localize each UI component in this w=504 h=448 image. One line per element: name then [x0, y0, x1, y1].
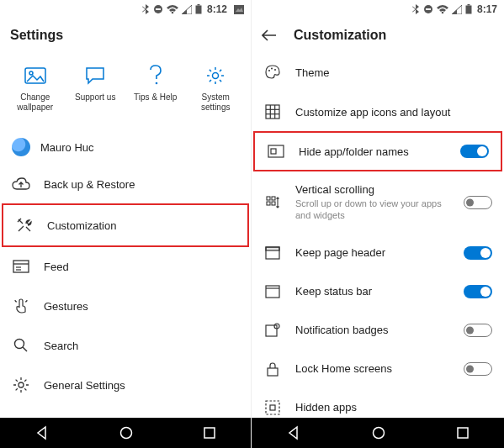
svg-point-8 [155, 82, 157, 85]
clock: 8:12 [207, 3, 227, 15]
battery-icon [195, 4, 202, 14]
item-customization[interactable]: Customization [2, 203, 249, 247]
header-icon [263, 246, 282, 260]
toggle-badges[interactable] [464, 324, 492, 337]
battery-icon [465, 4, 472, 14]
tile-change-wallpaper[interactable]: Change wallpaper [9, 64, 61, 113]
svg-rect-51 [266, 286, 279, 298]
nav-recent[interactable] [456, 426, 470, 440]
item-keep-status-bar[interactable]: Keep status bar [252, 272, 504, 311]
svg-rect-18 [13, 261, 29, 272]
statusbar-icon [263, 285, 282, 298]
account-name: Mauro Huc [40, 141, 94, 154]
tile-system-settings[interactable]: System settings [189, 64, 241, 113]
item-backup-restore[interactable]: Back up & Restore [0, 165, 251, 203]
signal-icon [182, 5, 192, 14]
quick-actions: Change wallpaper Support us Tips & Help [0, 52, 251, 129]
tile-tips-help[interactable]: Tips & Help [130, 64, 182, 113]
svg-point-60 [373, 428, 384, 439]
nav-back[interactable] [34, 425, 50, 440]
svg-rect-1 [156, 8, 161, 10]
svg-rect-50 [266, 247, 279, 250]
toggle-vertical-scrolling[interactable] [464, 196, 492, 209]
svg-rect-33 [467, 4, 470, 6]
avatar [12, 138, 30, 156]
svg-point-2 [172, 11, 174, 13]
tile-label: Tips & Help [130, 92, 182, 103]
svg-point-9 [213, 73, 219, 79]
wifi-icon [437, 5, 448, 14]
lock-icon [263, 361, 282, 377]
tools-icon [15, 217, 34, 234]
item-feed[interactable]: Feed [0, 247, 251, 286]
vertical-scroll-icon [263, 194, 282, 211]
svg-rect-29 [204, 428, 215, 438]
nav-home[interactable] [119, 425, 134, 440]
customization-screen: 8:17 Customization Theme Customize app i… [252, 0, 504, 448]
svg-line-23 [23, 347, 27, 351]
gear-icon [189, 64, 241, 87]
picture-icon [9, 64, 61, 87]
item-customize-icons[interactable]: Customize app icons and layout [252, 92, 504, 131]
dnd-icon [153, 4, 163, 14]
status-bar: 8:17 [252, 0, 504, 18]
feed-icon [12, 260, 30, 273]
svg-rect-55 [268, 368, 278, 376]
item-hide-names[interactable]: Hide app/folder names [253, 131, 502, 171]
cloud-icon [12, 177, 30, 191]
row-label: Lock Home screens [295, 362, 450, 375]
svg-line-14 [210, 70, 211, 71]
svg-rect-4 [195, 6, 201, 14]
svg-rect-44 [271, 149, 276, 154]
toggle-keep-statusbar[interactable] [464, 285, 492, 298]
clock: 8:17 [477, 3, 497, 15]
status-bar: 8:12 [0, 0, 251, 18]
svg-point-37 [274, 69, 276, 71]
svg-point-36 [271, 68, 273, 70]
account-row[interactable]: Mauro Huc [0, 129, 251, 165]
svg-point-24 [19, 382, 24, 387]
bluetooth-icon [141, 4, 150, 14]
row-label: Search [44, 340, 239, 352]
tile-support-us[interactable]: Support us [69, 64, 121, 113]
item-keep-page-header[interactable]: Keep page header [252, 234, 504, 272]
svg-line-15 [220, 80, 221, 82]
row-label: Back up & Restore [44, 178, 239, 191]
page-title: Settings [10, 28, 63, 43]
row-label: Theme [295, 66, 492, 79]
nav-home[interactable] [371, 425, 386, 440]
item-general-settings[interactable]: General Settings [0, 365, 251, 405]
item-theme[interactable]: Theme [252, 52, 504, 92]
item-hidden-apps[interactable]: Hidden apps [252, 388, 504, 418]
tile-label: System settings [189, 92, 241, 113]
nav-recent[interactable] [203, 426, 216, 440]
hidden-icon [263, 400, 282, 415]
header: Settings [0, 18, 251, 52]
search-icon [12, 338, 30, 353]
svg-point-32 [442, 11, 444, 13]
item-search[interactable]: Search [0, 326, 251, 365]
toggle-hide-names[interactable] [460, 145, 489, 158]
svg-point-7 [29, 71, 33, 75]
item-gestures[interactable]: Gestures [0, 286, 251, 326]
svg-rect-45 [267, 197, 270, 200]
bluetooth-icon [411, 4, 420, 14]
svg-rect-53 [266, 325, 277, 336]
toggle-keep-header[interactable] [464, 246, 492, 260]
settings-screen: 8:12 Settings Change wallpaper [0, 0, 252, 448]
svg-rect-31 [426, 8, 431, 10]
row-label: Gestures [44, 300, 239, 313]
svg-point-28 [121, 428, 132, 439]
back-button[interactable] [262, 29, 277, 41]
item-vertical-scrolling[interactable]: Vertical scrolling Scroll up or down to … [252, 171, 504, 234]
gesture-icon [12, 298, 30, 314]
row-label: Vertical scrolling [295, 183, 450, 196]
nav-back[interactable] [286, 425, 301, 440]
svg-line-16 [210, 80, 211, 82]
row-label: Customization [47, 219, 236, 232]
item-notification-badges[interactable]: Notification badges [252, 311, 504, 350]
toggle-lock-home[interactable] [464, 362, 492, 376]
item-about[interactable]: About Microsoft Launcher [0, 405, 251, 418]
tile-label: Support us [69, 92, 121, 103]
item-lock-home[interactable]: Lock Home screens [252, 350, 504, 388]
